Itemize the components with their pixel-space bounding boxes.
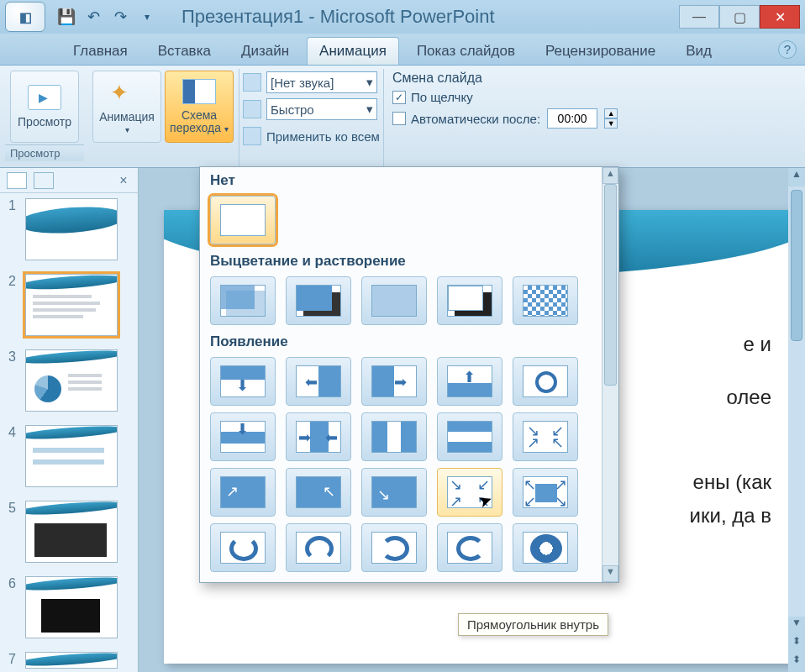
tab-review[interactable]: Рецензирование: [533, 37, 668, 65]
apply-all-button[interactable]: Применить ко всем: [266, 129, 380, 144]
window-controls: — ▢ ✕: [679, 5, 800, 29]
slide-thumbnail[interactable]: [25, 576, 118, 638]
ribbon-tabs: Главная Вставка Дизайн Анимация Показ сл…: [0, 34, 805, 66]
apply-all-icon[interactable]: [243, 127, 261, 145]
tab-slideshow[interactable]: Показ слайдов: [404, 37, 528, 65]
gallery-category: Появление: [200, 328, 618, 354]
transition-item[interactable]: ↖↗↙↘: [513, 468, 578, 517]
redo-icon[interactable]: ↷: [111, 8, 129, 26]
transition-item[interactable]: ⬇: [210, 412, 276, 461]
thumb-number: 1: [8, 198, 18, 213]
gallery-category: Выцветание и растворение: [200, 248, 618, 273]
save-icon[interactable]: 💾: [57, 8, 76, 26]
transition-scheme-button[interactable]: Схемаперехода ▾: [165, 71, 234, 143]
office-button[interactable]: ◧: [5, 2, 45, 32]
gallery-category: Нет: [200, 167, 618, 192]
advance-slide-group: Смена слайда ✓ По щелчку Автоматически п…: [383, 69, 618, 167]
preview-label: Просмотр: [18, 115, 71, 129]
thumbnails: 1 2 3 4 5 6: [0, 193, 138, 672]
outline-tab-icon[interactable]: [34, 172, 54, 189]
close-button[interactable]: ✕: [760, 5, 800, 29]
minimize-button[interactable]: —: [679, 5, 719, 29]
transition-item[interactable]: [513, 523, 578, 572]
time-spinner[interactable]: ▲▼: [604, 108, 618, 129]
chevron-down-icon: ▾: [125, 125, 129, 134]
maximize-button[interactable]: ▢: [719, 5, 760, 29]
qat-dropdown-icon[interactable]: ▾: [138, 8, 156, 26]
slide-thumbnail[interactable]: [25, 349, 118, 412]
transition-item[interactable]: ↖: [286, 468, 351, 517]
thumb-number: 4: [8, 425, 18, 440]
slide-thumbnail[interactable]: [25, 198, 118, 260]
gallery-scrollbar[interactable]: ▲ ▼: [602, 167, 618, 582]
sound-combo[interactable]: [Нет звука]: [266, 71, 377, 93]
tab-design[interactable]: Дизайн: [229, 37, 302, 65]
transition-item[interactable]: ↘↙↗↖: [513, 412, 578, 461]
tab-animation[interactable]: Анимация: [307, 37, 399, 65]
transition-item[interactable]: ↘: [361, 468, 427, 517]
transition-item[interactable]: [437, 412, 502, 461]
transition-item[interactable]: [210, 523, 276, 572]
quick-access-toolbar: 💾 ↶ ↷ ▾: [57, 8, 156, 26]
help-icon[interactable]: ?: [778, 40, 797, 59]
transition-item[interactable]: [210, 276, 276, 325]
transition-icon: [182, 79, 216, 104]
transition-item[interactable]: ➡⬅: [286, 412, 351, 461]
transition-box-in[interactable]: ↘↙↗↖ ➤: [437, 468, 502, 517]
window-title: Презентация1 - Microsoft PowerPoint: [156, 6, 679, 28]
transition-item[interactable]: ⬅: [286, 357, 351, 406]
slide-thumbnail[interactable]: [25, 501, 118, 563]
checkbox-icon: ✓: [392, 91, 406, 104]
preview-button[interactable]: ▶ Просмотр: [10, 71, 79, 143]
transition-item[interactable]: [286, 523, 351, 572]
titlebar: ◧ 💾 ↶ ↷ ▾ Презентация1 - Microsoft Power…: [0, 0, 805, 34]
transition-options: [Нет звука] Быстро Применить ко всем: [243, 69, 380, 167]
transition-item[interactable]: [361, 523, 427, 572]
auto-after-checkbox[interactable]: Автоматически после:: [392, 112, 540, 126]
tab-insert[interactable]: Вставка: [145, 37, 224, 65]
speed-icon[interactable]: [243, 100, 261, 118]
transition-item[interactable]: ⬇: [210, 357, 276, 406]
ribbon: ▶ Просмотр Просмотр ✦ Анимация ▾ Схемапе…: [0, 66, 805, 168]
scheme-label: Схемаперехода ▾: [170, 109, 229, 135]
animation-button[interactable]: ✦ Анимация ▾: [92, 71, 161, 143]
animation-label: Анимация: [99, 110, 155, 123]
slides-tab-icon[interactable]: [7, 172, 27, 189]
vertical-scrollbar[interactable]: ▲ ▼ ⬍ ⬍: [788, 168, 805, 672]
slide-thumbnail[interactable]: [25, 425, 118, 487]
transition-item[interactable]: [513, 357, 578, 406]
transition-none[interactable]: [210, 196, 276, 244]
preview-group-label: Просмотр: [5, 144, 84, 161]
undo-icon[interactable]: ↶: [84, 8, 103, 26]
preview-icon: ▶: [28, 85, 61, 110]
transition-item[interactable]: [361, 276, 427, 325]
transition-item[interactable]: [286, 276, 351, 325]
slide-panel: × 1 2 3 4 5 6: [0, 168, 139, 672]
thumb-number: 2: [8, 274, 18, 289]
speed-combo[interactable]: Быстро: [266, 98, 377, 120]
transition-item[interactable]: [361, 412, 427, 461]
thumb-number: 7: [8, 652, 18, 667]
checkbox-icon: [392, 112, 406, 125]
transition-item[interactable]: [437, 523, 502, 572]
sound-icon[interactable]: [243, 73, 261, 92]
transition-item[interactable]: ➡: [361, 357, 427, 406]
tab-home[interactable]: Главная: [61, 37, 140, 65]
advance-header: Смена слайда: [392, 71, 618, 86]
tab-view[interactable]: Вид: [673, 37, 724, 65]
transition-item[interactable]: [513, 276, 578, 325]
tooltip: Прямоугольник внутрь: [458, 613, 608, 636]
transition-gallery: ▲ ▼ Нет Выцветание и растворение Появлен…: [199, 166, 619, 583]
transition-item[interactable]: ⬆: [437, 357, 502, 406]
thumb-number: 6: [8, 576, 18, 591]
thumb-number: 5: [8, 501, 18, 516]
time-field[interactable]: 00:00: [547, 108, 597, 129]
transition-item[interactable]: [437, 276, 502, 325]
slide-thumbnail[interactable]: [25, 652, 118, 669]
animation-star-icon: ✦: [110, 80, 144, 105]
slide-thumbnail[interactable]: [25, 274, 118, 336]
panel-close-icon[interactable]: ×: [116, 173, 131, 188]
thumb-number: 3: [8, 349, 18, 365]
transition-item[interactable]: ↗: [210, 468, 276, 517]
on-click-checkbox[interactable]: ✓ По щелчку: [392, 90, 618, 104]
